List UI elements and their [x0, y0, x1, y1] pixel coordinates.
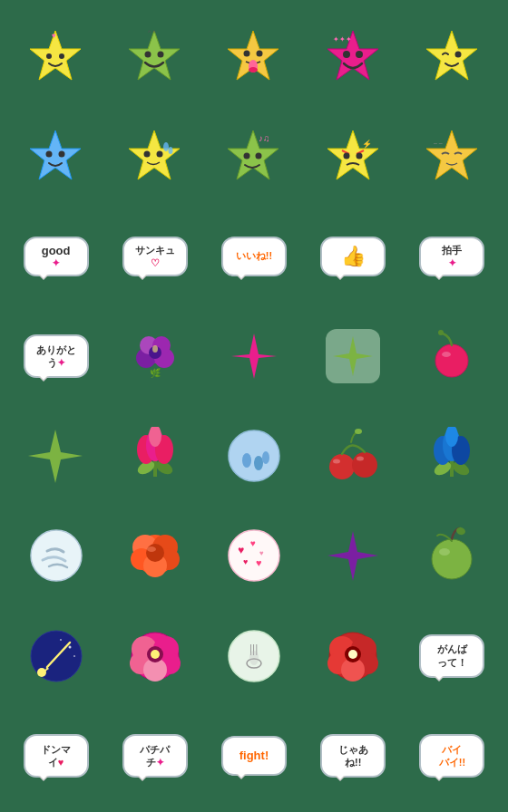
bubble-arigatou-text: ありがとう✦: [36, 343, 76, 370]
svg-point-129: [348, 650, 357, 659]
svg-marker-27: [228, 130, 278, 179]
svg-point-105: [60, 639, 62, 641]
cell-star-yellow-sweat[interactable]: [106, 107, 203, 205]
cell-apple-green[interactable]: [404, 507, 501, 604]
svg-text:♥: ♥: [259, 549, 264, 557]
svg-point-2: [46, 53, 52, 59]
svg-marker-31: [327, 130, 378, 179]
cell-bubble-iine[interactable]: いいね!!: [205, 208, 302, 305]
cell-bubble-thumb[interactable]: 👍: [305, 208, 402, 305]
sticker-sparkle-purple: [312, 515, 394, 596]
sticker-flower-pink2: [114, 615, 196, 697]
svg-point-32: [343, 152, 349, 159]
cell-star-green-music[interactable]: ♪♫: [205, 107, 302, 205]
svg-point-69: [355, 429, 362, 434]
cell-bubble-thankyu[interactable]: サンキュ ♡: [106, 208, 203, 305]
sticker-star-yellow-tongue: [213, 15, 295, 97]
svg-point-97: [439, 548, 450, 556]
svg-point-66: [352, 452, 377, 478]
svg-marker-52: [28, 430, 83, 483]
cell-sparkle-green[interactable]: [305, 307, 402, 405]
svg-text:♥: ♥: [243, 557, 248, 566]
bubble-good-text: good: [42, 244, 71, 257]
cell-star-yellow-wink[interactable]: [404, 7, 501, 105]
sticker-bubble-arigatou: ありがとう✦: [15, 315, 97, 397]
cell-bubble-fight[interactable]: fight!: [205, 707, 302, 805]
cell-bubble-bye[interactable]: バイバイ!!: [404, 707, 501, 805]
cell-sparkle-pink[interactable]: [205, 307, 302, 405]
svg-point-21: [59, 150, 65, 157]
svg-point-86: [147, 546, 156, 552]
sticker-star-yellow-sweat: [114, 115, 196, 197]
cell-circle-hearts[interactable]: ♥ ♥ ♥ ♥ ♥: [205, 507, 302, 604]
sticker-bubble-jaa: じゃあね!!: [312, 715, 394, 797]
sticker-circle-drops: [213, 415, 295, 497]
cell-cherry-pink[interactable]: [404, 307, 501, 405]
svg-marker-17: [426, 31, 477, 80]
cell-circle-drops[interactable]: [205, 407, 302, 505]
svg-marker-45: [231, 334, 277, 379]
sticker-bubble-thumb: 👍: [312, 216, 394, 297]
sticker-bubble-fight: fight!: [213, 715, 295, 797]
sticker-star-green-music: ♪♫: [213, 115, 295, 197]
cell-star-yellow-tongue[interactable]: [205, 7, 302, 105]
cell-bubble-ganbare[interactable]: がんばって！: [404, 607, 501, 705]
cell-star-green-happy[interactable]: ^ ^: [106, 7, 203, 105]
bubble-good-subtext: ✦: [52, 257, 60, 269]
bubble-fight-text: fight!: [239, 749, 269, 762]
svg-text:♥: ♥: [256, 557, 262, 568]
svg-text:🌿: 🌿: [150, 367, 161, 379]
svg-marker-22: [129, 130, 180, 179]
cell-star-blue-smile[interactable]: [7, 107, 104, 205]
svg-marker-94: [327, 531, 378, 581]
sticker-cherries-red: [312, 415, 394, 497]
cell-circle-night[interactable]: [7, 607, 104, 705]
cell-circle-face[interactable]: |||: [205, 607, 302, 705]
sticker-apple-green: [411, 515, 493, 596]
cell-bubble-jaa[interactable]: じゃあね!!: [305, 707, 402, 805]
sticker-circle-night: [15, 615, 97, 697]
sticker-bubble-ganbare: がんばって！: [411, 615, 493, 697]
cell-bubble-good[interactable]: good ✦: [7, 208, 104, 305]
sticker-grid: ♥ ^ ^: [0, 0, 508, 812]
svg-text:^ ^: ^ ^: [148, 29, 156, 35]
cell-flower-red[interactable]: [305, 607, 402, 705]
cell-bubble-hakushu[interactable]: 拍手 ✦: [404, 208, 501, 305]
svg-point-62: [242, 453, 251, 468]
cell-star-yellow-cool[interactable]: – –: [404, 107, 501, 205]
cell-cherries-red[interactable]: [305, 407, 402, 505]
cell-sparkle-purple[interactable]: [305, 507, 402, 604]
sticker-star-yellow-smile: ♥: [15, 15, 97, 97]
svg-point-30: [256, 152, 262, 159]
cell-star-yellow-smile[interactable]: ♥: [7, 7, 104, 105]
sticker-sparkle-green: [312, 315, 394, 397]
sticker-star-pink-happy: ✦✦✦: [312, 15, 394, 97]
cell-flower-orange[interactable]: [106, 507, 203, 604]
cell-star-yellow-angry[interactable]: ⚡: [305, 107, 402, 205]
sticker-flower-red: [312, 615, 394, 697]
cell-bubble-arigatou[interactable]: ありがとう✦: [7, 307, 104, 405]
sticker-bubble-bye: バイバイ!!: [411, 715, 493, 797]
svg-point-15: [343, 51, 350, 58]
cell-bubble-pachipachi[interactable]: パチパチ✦: [106, 707, 203, 805]
svg-point-3: [59, 53, 64, 59]
sticker-bubble-good: good ✦: [15, 216, 97, 297]
bubble-pachipachi-text: パチパチ✦: [140, 743, 170, 769]
sticker-bubble-thankyu: サンキュ ♡: [114, 216, 196, 297]
svg-point-43: [152, 345, 158, 353]
svg-point-20: [46, 150, 53, 157]
cell-sparkle-green2[interactable]: [7, 407, 104, 505]
cell-circle-wind[interactable]: [7, 507, 104, 604]
cell-flower-purple[interactable]: 🌿: [106, 307, 203, 405]
bubble-thankyu-text: サンキュ: [135, 244, 175, 257]
svg-point-6: [145, 51, 151, 57]
cell-star-pink-happy[interactable]: ✦✦✦: [305, 7, 402, 105]
cell-flower-pink2[interactable]: [106, 607, 203, 705]
sticker-bubble-donmai: ドンマイ♥: [15, 715, 97, 797]
cell-tulip-red[interactable]: [106, 407, 203, 505]
cell-tulip-blue[interactable]: [404, 407, 501, 505]
svg-point-18: [454, 51, 461, 57]
cell-bubble-donmai[interactable]: ドンマイ♥: [7, 707, 104, 805]
sticker-bubble-iine: いいね!!: [213, 216, 295, 297]
sticker-star-green-happy: ^ ^: [114, 15, 196, 97]
